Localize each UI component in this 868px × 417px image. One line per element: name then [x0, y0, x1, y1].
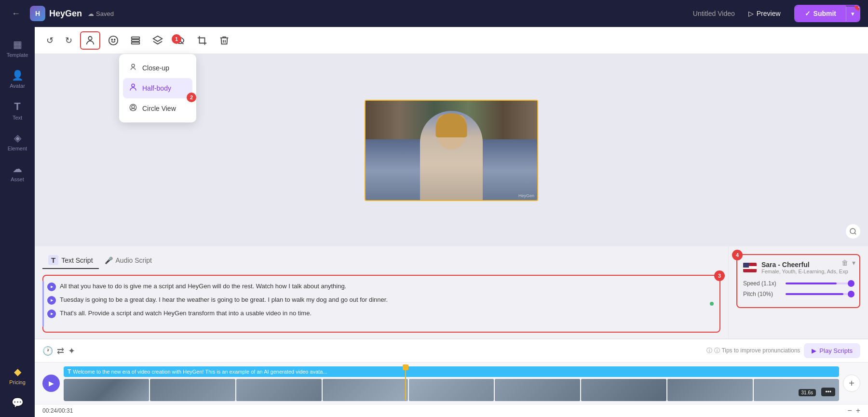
- dropdown-item-half-body[interactable]: Half-body 2: [123, 78, 192, 98]
- pitch-label: Pitch (10%): [743, 291, 782, 297]
- timeline-play-button[interactable]: [42, 375, 60, 392]
- badge-1: 1: [172, 34, 181, 44]
- timeline-frame-4: [323, 379, 408, 401]
- preview-button[interactable]: ▷ Preview: [741, 6, 788, 21]
- avatar-mode-button[interactable]: [80, 31, 100, 50]
- sidebar-item-avatar[interactable]: 👤 Avatar: [0, 65, 35, 94]
- sidebar-item-pricing[interactable]: ◆ Pricing: [0, 361, 35, 390]
- video-title: Untitled Video: [693, 10, 735, 17]
- video-preview[interactable]: HeyGen: [365, 100, 538, 201]
- timeline-cursor[interactable]: [405, 366, 406, 400]
- element-icon: ◈: [14, 132, 21, 144]
- svg-rect-5: [132, 40, 140, 41]
- crop-button[interactable]: [193, 32, 211, 49]
- info-icon: ⓘ: [706, 347, 712, 355]
- timeline-frame-3: [236, 379, 322, 401]
- logo-icon: H: [30, 6, 45, 21]
- video-content: HeyGen: [366, 101, 537, 200]
- svg-point-12: [132, 106, 135, 108]
- voice-expand-button[interactable]: ▾: [852, 259, 855, 267]
- asset-icon: ☁: [13, 163, 22, 175]
- svg-point-9: [132, 64, 135, 67]
- mic-icon: 🎤: [105, 256, 113, 264]
- play-line-2[interactable]: [47, 296, 56, 305]
- svg-point-0: [88, 36, 92, 40]
- script-line-1: All that you have to do is give me a scr…: [47, 280, 716, 293]
- play-line-3[interactable]: [47, 309, 56, 318]
- history-button[interactable]: 🕐: [42, 346, 53, 356]
- tab-text-script[interactable]: T Text Script: [42, 252, 99, 269]
- script-line-2: Tuesday is going to be a great day. I he…: [47, 293, 716, 307]
- timeline-frames: [64, 379, 839, 401]
- align-icon: [130, 35, 141, 46]
- back-button[interactable]: ←: [8, 7, 24, 21]
- text-icon: T: [14, 100, 20, 113]
- timeline-more-button[interactable]: •••: [821, 388, 835, 396]
- badge-3: 3: [714, 270, 725, 281]
- close-up-icon: [129, 63, 137, 73]
- undo-button[interactable]: ↺: [42, 32, 57, 49]
- play-scripts-button[interactable]: ▶ Play Scripts: [804, 343, 860, 358]
- layers-button[interactable]: [149, 32, 167, 49]
- pitch-slider[interactable]: [786, 293, 854, 295]
- sidebar-item-asset[interactable]: ☁ Asset: [0, 158, 35, 187]
- redo-button[interactable]: ↻: [61, 32, 76, 49]
- online-dot: [710, 302, 714, 306]
- voice-box: 4 🗑 ▾ Sara - Cheerful Female, Youth, E-L…: [736, 254, 860, 308]
- zoom-button[interactable]: [846, 224, 860, 239]
- pricing-icon: ◆: [14, 366, 21, 377]
- dropdown-item-close-up[interactable]: Close-up: [123, 58, 192, 78]
- avatar-icon: 👤: [12, 69, 24, 81]
- dropdown-item-circle-view[interactable]: Circle View: [123, 98, 192, 119]
- crop-icon: [197, 35, 207, 46]
- saved-indicator: ☁ Saved: [88, 10, 114, 17]
- logo-text: HeyGen: [49, 9, 82, 19]
- delete-button[interactable]: [215, 32, 233, 49]
- tips-text: ⓘ ⓘ Tips to improve pronunciations: [706, 347, 800, 355]
- play-line-1[interactable]: [47, 282, 56, 291]
- zoom-out-button[interactable]: −: [847, 406, 852, 415]
- script-line-3: That's all. Provide a script and watch H…: [47, 307, 716, 320]
- sidebar-item-text[interactable]: T Text: [0, 95, 35, 125]
- emotion-button[interactable]: [104, 32, 122, 49]
- play-icon: ▶: [812, 347, 816, 354]
- circle-view-icon: [129, 103, 137, 114]
- sidebar-item-chat[interactable]: 💬: [0, 392, 35, 413]
- half-body-icon: [129, 83, 137, 94]
- zoom-in-button[interactable]: +: [856, 406, 860, 415]
- timeline-frame-6: [495, 379, 580, 401]
- timeline-frame-2: [150, 379, 235, 401]
- ai-button[interactable]: ✦: [68, 346, 75, 356]
- script-content: All that you have to do is give me a scr…: [42, 275, 720, 333]
- voice-delete-button[interactable]: 🗑: [841, 259, 848, 267]
- person-icon: [85, 35, 95, 46]
- submit-button[interactable]: ✓ Submit: [795, 6, 846, 21]
- timeline-time-badge: 31.6s: [799, 389, 816, 396]
- badge-4: 4: [732, 250, 743, 260]
- search-icon: [849, 228, 857, 235]
- sidebar-item-template[interactable]: ▦ Template: [0, 34, 35, 63]
- speed-slider[interactable]: [786, 282, 854, 284]
- preview-icon: ▷: [748, 10, 754, 17]
- text-script-icon: T: [48, 255, 58, 265]
- time-code: 00:24/00:31: [42, 407, 73, 414]
- voice-tags: Female, Youth, E-Learning, Ads, Exp: [761, 269, 848, 274]
- template-icon: ▦: [13, 39, 22, 50]
- tab-audio-script[interactable]: 🎤 Audio Script: [99, 254, 158, 268]
- chat-icon: 💬: [12, 397, 24, 408]
- delete-icon: [219, 35, 230, 46]
- svg-point-10: [132, 84, 135, 87]
- timeline-frame-5: [409, 379, 494, 401]
- timeline-frame-7: [581, 379, 666, 401]
- translate-button[interactable]: ⇄: [57, 346, 64, 356]
- voice-name: Sara - Cheerful: [761, 261, 848, 269]
- submit-button-wrap: ✓ Submit ▾ 5: [794, 5, 860, 22]
- timeline-track: T Welcome to the new era of video creati…: [64, 366, 839, 400]
- svg-rect-6: [132, 42, 140, 44]
- flag-icon: [743, 263, 757, 272]
- timeline-text-bar: T Welcome to the new era of video creati…: [64, 366, 839, 377]
- sidebar-item-element[interactable]: ◈ Element: [0, 127, 35, 156]
- align-button[interactable]: [126, 32, 145, 49]
- svg-point-2: [111, 39, 112, 40]
- add-scene-button[interactable]: +: [843, 375, 860, 392]
